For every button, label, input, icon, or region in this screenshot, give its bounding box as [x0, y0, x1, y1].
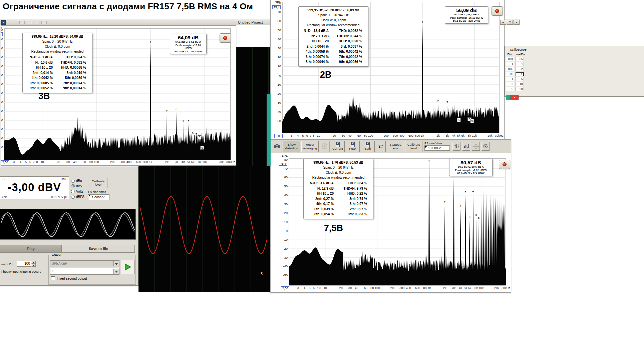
peak-db-value: 80,57 dB: [451, 160, 491, 165]
mixer-icon[interactable]: [452, 142, 460, 151]
close-button[interactable]: ×: [514, 20, 520, 25]
record-button[interactable]: [220, 33, 231, 43]
restore-button[interactable]: □: [507, 20, 513, 25]
harmonic-label-9: 9: [201, 146, 204, 150]
scale-row: 005.2: [506, 67, 524, 71]
fs-sine-vrms-input[interactable]: 1,0000 V: [424, 145, 450, 151]
titlebar-stub: [19, 21, 25, 24]
scale-option[interactable]: 001: [506, 57, 514, 61]
chevron-down-icon[interactable]: [113, 269, 119, 274]
fs-sine-vrms-input[interactable]: 1,0000 V: [88, 194, 109, 200]
spinner-up-icon[interactable]: [31, 261, 36, 264]
wav-file-icon[interactable]: [320, 141, 330, 152]
spl-axis-label: SPL: [272, 0, 281, 4]
spl-tick: 0: [278, 229, 288, 233]
unit-radio-dbu[interactable]: dBu: [71, 178, 84, 183]
show-distortion-button[interactable]: Show distortion: [283, 141, 300, 152]
output-channel-value: L: [52, 269, 54, 273]
stat-value: 9th: 0,00014 %: [57, 86, 91, 91]
move-arrows-icon[interactable]: [472, 142, 480, 151]
save-current-button[interactable]: Current: [331, 141, 345, 152]
stat-value: 6th: 0,00085 %: [24, 81, 57, 86]
spl-tick: 70: [278, 167, 288, 170]
scale-row: 15: [506, 77, 524, 81]
gear-icon[interactable]: [481, 142, 490, 151]
scale-option[interactable]: .2: [506, 82, 514, 86]
scale-option[interactable]: 20: [516, 87, 524, 91]
thd-stats: N+D: -6,1 dB ATHD: 0,024 %N: -10,6 dBTHD…: [24, 55, 91, 91]
oscilloscope-panel-title: scilloscope: [510, 48, 527, 51]
scale-option[interactable]: .1: [516, 62, 524, 66]
output-level-value: -3,00 dBV: [0, 181, 69, 194]
unit-radio-dbv[interactable]: dBV: [71, 183, 84, 189]
scale-option[interactable]: 1: [506, 62, 514, 66]
scale-option[interactable]: 1: [506, 77, 514, 81]
unit-radio-dbfs[interactable]: dBFS: [71, 194, 84, 199]
scale-option[interactable]: 5: [516, 77, 524, 81]
limit-db-input[interactable]: 100: [17, 261, 31, 267]
save-peak-button[interactable]: Peak: [346, 141, 360, 152]
oscilloscope-display[interactable]: 5: [138, 166, 270, 292]
span-readout: Span: 0 .. 20 947 Hz: [300, 13, 367, 18]
output-device-select[interactable]: SPEAKER: [50, 260, 119, 267]
spl-cursor-value: 75,4: [279, 162, 287, 166]
scale-option[interactable]: 10: [516, 82, 524, 86]
spl-tick: 80: [278, 158, 288, 161]
spl-axis-label: SPL: [278, 154, 288, 157]
reset-averaging-button[interactable]: Reset averaging: [301, 141, 319, 152]
button-label: Current: [332, 147, 343, 150]
scale-option[interactable]: 1: [516, 72, 524, 76]
stat-value: N+D: -13,4 dB A: [300, 28, 333, 34]
output-channel-select[interactable]: L: [50, 268, 119, 275]
save-both-button[interactable]: Both: [361, 141, 375, 152]
scale-option[interactable]: .2: [516, 67, 524, 71]
spectrum-window-7v5: 80706050403020100-10-20-30-40-50SPL75,43…: [270, 139, 511, 293]
start-output-button[interactable]: [121, 260, 135, 274]
stat-value: 7th: 0,00074 %: [57, 81, 91, 86]
thd-stats: N+D: -13,4 dB ATHD: 0,0062 %N: -11,1 dBT…: [300, 28, 367, 65]
freq-tick: 1k: [422, 286, 436, 290]
harmonic-label-1: 1: [150, 40, 151, 44]
save-to-file-button[interactable]: Save to file: [62, 245, 135, 253]
oscilloscope-marker: 5: [261, 272, 263, 276]
stat-value: HH 10 .. 20: [305, 191, 338, 196]
calibrate-level-button[interactable]: Calibrate level: [89, 178, 107, 188]
stat-value: 5th: 0,97 %: [338, 201, 372, 207]
scale-option[interactable]: 02: [506, 72, 514, 76]
peak-level-box: 80,57 dB 80,6 dB C, 80,6 dB A Peak sampl…: [449, 159, 493, 176]
button-label: Both: [364, 147, 371, 150]
spl-tick: 30: [278, 202, 288, 206]
camera-icon[interactable]: [272, 141, 282, 152]
close-window-button[interactable]: ×: [511, 95, 519, 100]
spl-tick: -40: [272, 110, 281, 113]
chevron-down-icon[interactable]: [113, 261, 119, 266]
spl-tick: -10: [278, 238, 288, 241]
freq-tick: 30kHz: [223, 160, 236, 164]
stat-value: 6th: 0,039 %: [305, 207, 338, 212]
spl-tick: 50: [278, 184, 288, 188]
record-button[interactable]: [492, 6, 503, 16]
record-button[interactable]: [499, 160, 510, 169]
harmonic-label-2: 2: [166, 110, 168, 113]
loop-arrows-icon[interactable]: [376, 141, 386, 152]
minimize-button[interactable]: –: [500, 20, 506, 25]
peak-level-value: 0,01 dBV pk: [51, 195, 67, 199]
scale-row: 520: [506, 87, 524, 91]
calibrate-level-button[interactable]: Calibrate level: [405, 141, 422, 152]
spinner-down-icon[interactable]: [31, 264, 36, 267]
stat-value: 4th: 0,0042 %: [24, 75, 57, 81]
generator-waveform-display: [0, 209, 136, 240]
harmonic-label-7: 7: [472, 191, 474, 194]
scale-option[interactable]: 5: [506, 87, 514, 91]
freq-tick: 100: [370, 286, 384, 290]
play-button[interactable]: Play: [0, 245, 62, 253]
stepped-sine-button[interactable]: Stepped sine: [387, 141, 404, 152]
scale-option[interactable]: 005: [506, 67, 514, 71]
freq-tick: 100: [89, 160, 104, 164]
spl-axis-label: SPL: [1, 26, 3, 30]
unit-radio-volts[interactable]: Volts: [71, 189, 84, 194]
scale-option[interactable]: .05: [516, 57, 524, 61]
output-group-label: Output: [51, 253, 62, 256]
columns-icon[interactable]: [462, 142, 470, 151]
invert-second-output-checkbox[interactable]: Invert second output: [51, 276, 87, 280]
